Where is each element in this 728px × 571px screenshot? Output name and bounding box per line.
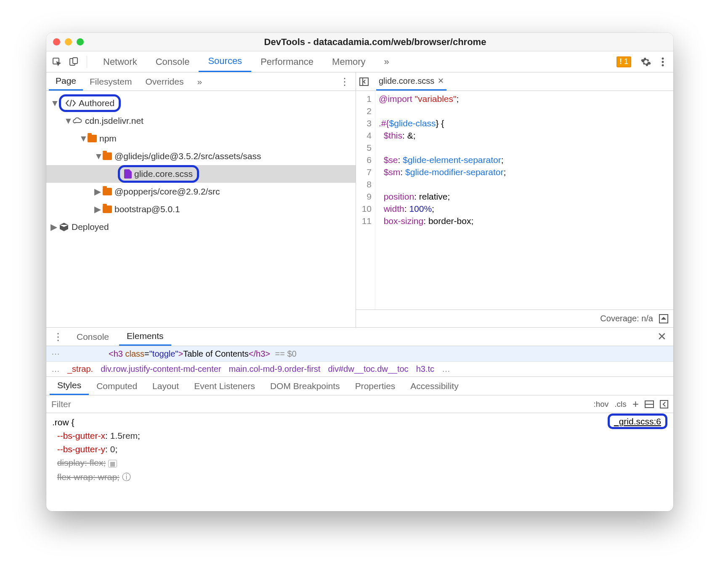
navigator-tab-page[interactable]: Page <box>49 72 83 91</box>
styles-tab-computed[interactable]: Computed <box>89 377 145 395</box>
navigator-kebab-icon[interactable]: ⋮ <box>340 76 350 88</box>
tab-sources[interactable]: Sources <box>199 51 251 72</box>
devtools-window: DevTools - datacadamia.com/web/browser/c… <box>46 33 673 511</box>
warning-icon: ! <box>619 57 622 66</box>
navigator-tab-filesystem[interactable]: Filesystem <box>83 72 138 91</box>
tree-glide-file-label: glide.core.scss <box>134 169 193 179</box>
styles-filter-row: :hov .cls + <box>46 395 673 413</box>
flex-badge-icon[interactable]: ▦ <box>108 460 117 467</box>
sources-panel: Page Filesystem Overrides » ⋮ ▼ Authored… <box>46 72 673 328</box>
scss-file-icon <box>124 169 132 179</box>
close-window-button[interactable] <box>53 38 60 45</box>
navigator-tabs-overflow[interactable]: » <box>190 72 209 91</box>
warning-count: 1 <box>624 57 628 66</box>
folder-icon <box>103 152 112 160</box>
navigator-pane: Page Filesystem Overrides » ⋮ ▼ Authored… <box>46 72 356 327</box>
tab-memory[interactable]: Memory <box>323 51 375 72</box>
hov-toggle[interactable]: :hov <box>593 400 608 409</box>
styles-tab-properties[interactable]: Properties <box>348 377 403 395</box>
deployed-icon <box>59 222 69 232</box>
file-tree: ▼ Authored ▼ cdn.jsdelivr.net ▼ npm <box>46 91 356 327</box>
styles-tab-dom-breakpoints[interactable]: DOM Breakpoints <box>263 377 348 395</box>
tree-bootstrap-label: bootstrap@5.0.1 <box>114 204 180 214</box>
folder-icon <box>88 135 97 142</box>
chevron-right-icon: ▶ <box>50 222 57 232</box>
code-content: @import "variables"; .#{$glide-class} { … <box>375 91 506 310</box>
editor-tab-label: glide.core.scss <box>379 76 434 86</box>
styles-tab-layout[interactable]: Layout <box>145 377 186 395</box>
drawer-close-icon[interactable]: ✕ <box>654 330 670 343</box>
pane-toggle-icon[interactable] <box>359 77 369 86</box>
traffic-lights <box>53 38 84 45</box>
divider <box>87 56 87 68</box>
sidebar-toggle-icon[interactable] <box>660 400 668 408</box>
code-editor[interactable]: 1 2 3 4 5 6 7 8 9 10 11 @import "variabl… <box>356 91 673 310</box>
cls-toggle[interactable]: .cls <box>614 400 627 409</box>
tab-console[interactable]: Console <box>146 51 199 72</box>
titlebar: DevTools - datacadamia.com/web/browser/c… <box>46 33 673 51</box>
tree-glide-path-label: @glidejs/glide@3.5.2/src/assets/sass <box>114 151 261 161</box>
info-icon[interactable]: ⓘ <box>122 472 131 482</box>
styles-tab-styles[interactable]: Styles <box>50 377 89 395</box>
drawer-tab-elements[interactable]: Elements <box>119 328 171 346</box>
chevron-right-icon: ▶ <box>94 187 101 197</box>
tree-glide-path[interactable]: ▼ @glidejs/glide@3.5.2/src/assets/sass <box>46 147 356 165</box>
svg-rect-11 <box>660 400 668 408</box>
svg-point-5 <box>662 64 664 66</box>
dom-selected-line[interactable]: ⋯ <h3 class="toggle">Table of Contents</… <box>46 346 673 362</box>
coverage-label: Coverage: n/a <box>600 314 653 323</box>
chevron-right-icon: ▶ <box>94 204 101 214</box>
tree-glide-file[interactable]: glide.core.scss <box>46 165 356 183</box>
css-rule[interactable]: _grid.scss:6 .row { --bs-gutter-x: 1.5re… <box>46 413 673 486</box>
device-toggle-icon[interactable] <box>67 56 80 68</box>
editor-pane: glide.core.scss ✕ 1 2 3 4 5 6 7 8 9 10 1… <box>356 72 673 327</box>
styles-tab-accessibility[interactable]: Accessibility <box>403 377 466 395</box>
chevron-down-icon: ▼ <box>79 133 86 144</box>
tab-performance[interactable]: Performance <box>251 51 323 72</box>
computed-panel-icon[interactable] <box>645 400 654 408</box>
styles-tab-event-listeners[interactable]: Event Listeners <box>186 377 263 395</box>
kebab-menu-icon[interactable] <box>656 56 669 68</box>
editor-tab-glide[interactable]: glide.core.scss ✕ <box>376 72 446 91</box>
source-link-highlight: _grid.scss:6 <box>608 414 667 429</box>
cloud-icon <box>72 117 82 125</box>
tree-popper[interactable]: ▶ @popperjs/core@2.9.2/src <box>46 183 356 200</box>
drawer-tabs: ⋮ Console Elements ✕ <box>46 328 673 346</box>
maximize-window-button[interactable] <box>77 38 84 45</box>
navigator-tab-overrides[interactable]: Overrides <box>138 72 190 91</box>
dom-breadcrumb[interactable]: … _strap. div.row.justify-content-md-cen… <box>46 362 673 377</box>
chevron-down-icon: ▼ <box>94 151 101 161</box>
authored-highlight: Authored <box>59 94 121 112</box>
minimize-window-button[interactable] <box>65 38 72 45</box>
settings-gear-icon[interactable] <box>640 56 652 68</box>
new-rule-icon[interactable]: + <box>632 398 639 411</box>
drawer: ⋮ Console Elements ✕ ⋯ <h3 class="toggle… <box>46 328 673 511</box>
tab-network[interactable]: Network <box>94 51 146 72</box>
rule-selector: .row { <box>52 416 667 429</box>
panel-tabs: Network Console Sources Performance Memo… <box>94 51 399 72</box>
tree-bootstrap[interactable]: ▶ bootstrap@5.0.1 <box>46 200 356 218</box>
tabs-overflow[interactable]: » <box>375 51 399 72</box>
drawer-kebab-icon[interactable]: ⋮ <box>50 331 66 343</box>
editor-tabs: glide.core.scss ✕ <box>356 72 673 91</box>
tree-cdn-label: cdn.jsdelivr.net <box>85 116 143 126</box>
warnings-badge[interactable]: ! 1 <box>616 56 631 67</box>
window-title: DevTools - datacadamia.com/web/browser/c… <box>84 37 667 48</box>
close-tab-icon[interactable]: ✕ <box>438 76 444 85</box>
tree-npm[interactable]: ▼ npm <box>46 130 356 147</box>
drawer-tab-console[interactable]: Console <box>69 328 117 346</box>
inspect-element-icon[interactable] <box>50 56 63 68</box>
chevron-down-icon: ▼ <box>64 116 71 126</box>
styles-tabs: Styles Computed Layout Event Listeners D… <box>46 377 673 395</box>
tree-cdn[interactable]: ▼ cdn.jsdelivr.net <box>46 112 356 130</box>
authored-label: Authored <box>79 98 114 108</box>
chevron-down-icon: ▼ <box>50 98 57 108</box>
rule-source-link[interactable]: _grid.scss:6 <box>608 415 667 428</box>
tree-deployed[interactable]: ▶ Deployed <box>46 218 356 236</box>
glide-file-highlight: glide.core.scss <box>118 165 199 183</box>
styles-filter-input[interactable] <box>51 399 587 409</box>
expand-up-icon[interactable] <box>659 314 668 323</box>
tree-deployed-label: Deployed <box>72 222 109 232</box>
line-gutter: 1 2 3 4 5 6 7 8 9 10 11 <box>356 91 375 310</box>
tree-authored[interactable]: ▼ Authored <box>46 94 356 112</box>
